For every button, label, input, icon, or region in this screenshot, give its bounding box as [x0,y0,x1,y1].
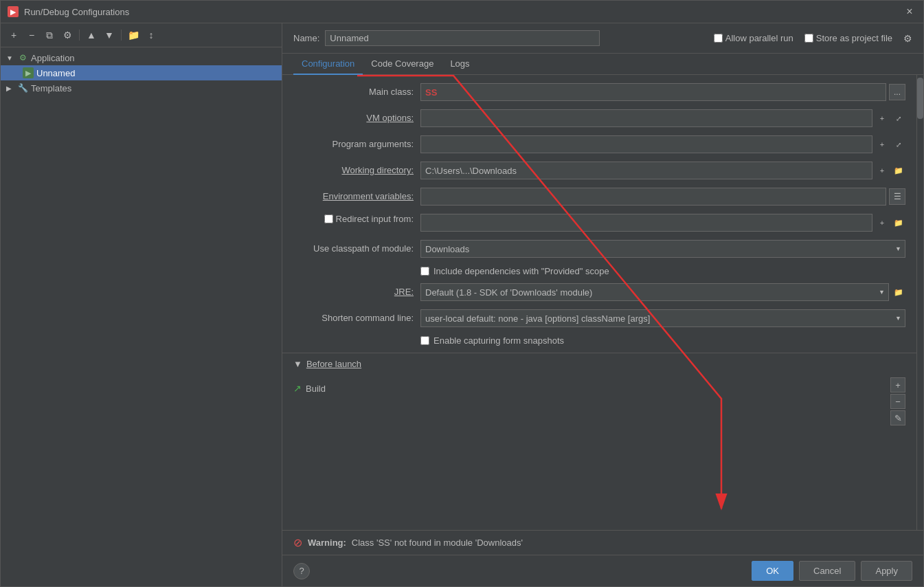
store-as-project-label: Store as project file [816,33,892,43]
remove-config-button[interactable]: − [24,27,39,43]
close-button[interactable]: × [903,5,916,19]
before-launch-add-button[interactable]: + [890,377,905,392]
redirect-input-input[interactable] [420,214,872,232]
before-launch-arrow: ▼ [293,359,302,369]
include-deps-label: Include dependencies with "Provided" sco… [433,266,609,276]
unnamed-label: Unnamed [36,68,75,78]
application-icon: ⚙ [17,52,28,63]
env-vars-edit-button[interactable]: ☰ [889,188,905,205]
jre-label: JRE: [293,283,420,297]
tab-code-coverage[interactable]: Code Coverage [363,54,442,75]
gear-icon[interactable]: ⚙ [903,33,912,44]
build-label: Build [306,384,326,394]
include-deps-checkbox[interactable] [420,267,429,276]
redirect-input-checkbox[interactable] [324,214,333,223]
before-launch-label: Before launch [306,359,361,369]
tab-configuration[interactable]: Configuration [293,54,363,75]
before-launch-content: ↗ Build + − ✎ [282,375,916,402]
toolbar-separator-2 [121,30,122,41]
allow-parallel-label: Allow parallel run [725,33,793,43]
main-content: + − ⧉ ⚙ ▲ ▼ 📁 ↕ ▼ ⚙ Application ▶ [1,23,923,586]
jre-row: JRE: Default (1.8 - SDK of 'Downloads' m… [293,283,905,302]
sidebar-item-unnamed[interactable]: ▶ Unnamed [1,65,282,80]
copy-config-button[interactable]: ⧉ [42,27,57,43]
warning-text: Class 'SS' not found in module 'Download… [352,538,523,548]
env-vars-label: Environment variables: [293,188,420,201]
working-dir-input[interactable] [420,162,872,179]
app-icon: ▶ [8,6,19,17]
tree-arrow-templates: ▶ [6,85,14,92]
right-scrollbar[interactable] [916,75,923,530]
env-vars-input[interactable] [420,188,886,206]
shorten-cmd-select[interactable]: user-local default: none - java [options… [420,309,905,327]
build-arrow-icon: ↗ [293,383,302,394]
working-dir-label: Working directory: [293,162,420,175]
args-fullscreen-button[interactable]: ⤢ [892,137,905,151]
right-panel: Name: Allow parallel run Store as projec… [282,23,923,586]
before-launch-remove-button[interactable]: − [890,394,905,409]
env-vars-row: Environment variables: ☰ [293,188,905,207]
title-bar: ▶ Run/Debug Configurations × [1,1,923,23]
dialog-title: Run/Debug Configurations [24,7,129,17]
working-dir-expand-button[interactable]: + [875,164,889,177]
before-launch-header[interactable]: ▼ Before launch [282,353,916,375]
sidebar-toolbar: + − ⧉ ⚙ ▲ ▼ 📁 ↕ [1,23,282,47]
help-button[interactable]: ? [293,563,310,579]
program-args-row: Program arguments: + ⤢ [293,135,905,155]
bottom-bar: ? OK Cancel Apply [282,555,923,586]
settings-button[interactable]: ⚙ [60,27,75,43]
redirect-expand-button[interactable]: + [875,216,889,230]
sidebar-item-templates[interactable]: ▶ 🔧 Templates [1,80,282,96]
snapshots-label: Enable capturing form snapshots [433,335,564,346]
main-class-label: Main class: [293,83,420,97]
snapshots-checkbox[interactable] [420,336,429,345]
toolbar-separator-1 [79,30,80,41]
jre-select[interactable]: Default (1.8 - SDK of 'Downloads' module… [420,283,889,301]
classpath-select[interactable]: Downloads [420,240,905,258]
classpath-label: Use classpath of module: [293,240,420,254]
templates-label: Templates [31,83,71,93]
tree-arrow-application: ▼ [6,54,14,62]
application-label: Application [31,53,75,63]
form-scroll: Main class: ... VM options: + [282,75,916,530]
working-dir-browse-button[interactable]: 📁 [892,164,905,177]
vm-expand-button[interactable]: + [875,111,889,125]
cancel-button[interactable]: Cancel [799,561,855,581]
sort-button[interactable]: ↕ [144,27,159,43]
include-deps-row: Include dependencies with "Provided" sco… [293,266,905,276]
args-expand-button[interactable]: + [875,137,889,151]
working-dir-row: Working directory: + 📁 [293,162,905,181]
allow-parallel-checkbox[interactable] [714,34,723,43]
jre-browse-button[interactable]: 📁 [892,285,905,299]
before-launch-edit-button[interactable]: ✎ [890,410,905,425]
program-args-input[interactable] [420,135,872,153]
folder-button[interactable]: 📁 [126,27,141,43]
move-up-button[interactable]: ▲ [84,27,99,43]
sidebar-item-application[interactable]: ▼ ⚙ Application [1,50,282,65]
scroll-thumb [917,78,923,119]
move-down-button[interactable]: ▼ [102,27,117,43]
apply-button[interactable]: Apply [861,561,912,581]
vm-fullscreen-button[interactable]: ⤢ [892,111,905,125]
sidebar-tree: ▼ ⚙ Application ▶ Unnamed ▶ 🔧 Templates [1,47,282,586]
tabs-bar: Configuration Code Coverage Logs [282,54,923,75]
warning-bold-text: Warning: [308,538,346,548]
ok-button[interactable]: OK [752,561,793,581]
store-as-project-checkbox[interactable] [804,34,813,43]
sidebar: + − ⧉ ⚙ ▲ ▼ 📁 ↕ ▼ ⚙ Application ▶ [1,23,282,586]
allow-parallel-row: Allow parallel run [714,33,793,43]
tab-logs[interactable]: Logs [442,54,477,75]
redirect-input-row: Redirect input from: + 📁 [293,214,905,233]
shorten-cmd-row: Shorten command line: user-local default… [293,309,905,329]
name-input[interactable] [325,30,600,46]
warning-bar: ⊘ Warning: Class 'SS' not found in modul… [282,530,923,555]
redirect-browse-button[interactable]: 📁 [892,216,905,230]
add-config-button[interactable]: + [6,27,21,43]
main-class-browse-button[interactable]: ... [889,84,905,100]
name-label: Name: [293,33,319,43]
classpath-row: Use classpath of module: Downloads [293,240,905,259]
program-args-label: Program arguments: [293,135,420,149]
vm-options-input[interactable] [420,109,872,127]
main-class-input[interactable] [420,83,886,101]
store-as-project-row: Store as project file [804,33,892,43]
